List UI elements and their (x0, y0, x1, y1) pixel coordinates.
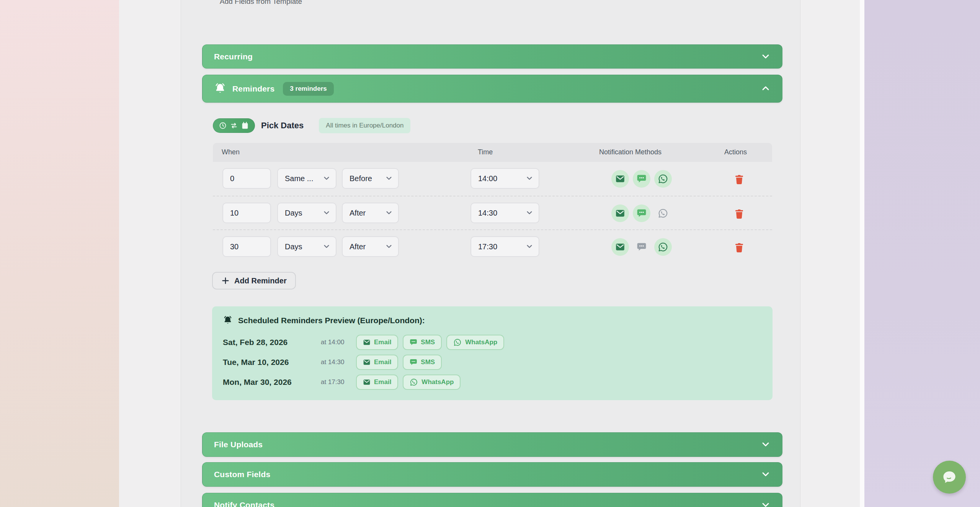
column-header-when: When (222, 148, 240, 156)
offset-value-input-field[interactable] (230, 174, 270, 183)
clock-icon (219, 121, 227, 130)
direction-select[interactable]: After (342, 203, 399, 223)
delete-reminder-button[interactable] (732, 172, 747, 187)
chevron-down-icon (761, 500, 771, 507)
email-icon (615, 208, 625, 218)
whatsapp-toggle[interactable] (654, 170, 672, 188)
plus-icon (221, 276, 230, 285)
pick-dates-label: Pick Dates (261, 121, 304, 131)
chevron-down-icon (323, 243, 330, 250)
bell-icon (223, 316, 233, 325)
whatsapp-chip: WhatsApp (446, 335, 504, 350)
selected-value: 14:00 (478, 174, 497, 183)
time-select[interactable]: 14:00 (470, 168, 539, 189)
sms-toggle[interactable] (633, 170, 650, 188)
selected-value: 17:30 (478, 242, 497, 251)
email-icon (363, 339, 371, 346)
chip-label: Email (374, 339, 391, 346)
chevron-down-icon (385, 243, 393, 250)
sms-icon (410, 358, 417, 366)
table-row: Days After 14:30 (213, 196, 772, 229)
swap-arrows-icon (230, 121, 238, 130)
email-icon (363, 358, 371, 366)
add-fields-from-template-link[interactable]: Add Fields from Template (220, 0, 302, 6)
chip-label: SMS (421, 358, 435, 366)
time-select[interactable]: 17:30 (470, 236, 539, 257)
table-row: Days After 17:30 (213, 229, 772, 263)
section-title: Notify Contacts (214, 500, 274, 507)
background-divider (860, 0, 864, 507)
offset-value-input-field[interactable] (230, 242, 270, 251)
whatsapp-toggle[interactable] (654, 204, 672, 222)
chip-label: Email (374, 358, 391, 366)
chip-label: SMS (421, 339, 435, 346)
section-title: Reminders (232, 84, 274, 93)
chevron-down-icon (761, 440, 771, 450)
calendar-icon (241, 121, 249, 130)
offset-unit-select[interactable]: Same ... (277, 168, 336, 189)
direction-select[interactable]: Before (342, 168, 399, 189)
email-toggle[interactable] (611, 170, 629, 188)
preview-time: at 14:00 (321, 339, 344, 346)
offset-unit-select[interactable]: Days (277, 236, 336, 257)
sms-icon (637, 242, 647, 252)
preview-date: Mon, Mar 30, 2026 (223, 378, 318, 387)
selected-value: After (350, 242, 366, 251)
selected-value: Before (350, 174, 372, 183)
email-icon (363, 378, 371, 386)
form-panel: Add Fields from Template Recurring Remin… (181, 0, 800, 507)
preview-time: at 14:30 (321, 358, 344, 366)
chip-label: WhatsApp (421, 378, 454, 386)
trash-icon (733, 173, 745, 185)
scheduled-reminders-preview: Scheduled Reminders Preview (Europe/Lond… (212, 306, 773, 400)
direction-select[interactable]: After (342, 236, 399, 257)
notification-methods (611, 170, 672, 188)
whatsapp-chip: WhatsApp (403, 375, 461, 390)
whatsapp-toggle[interactable] (654, 238, 672, 256)
sms-icon (637, 208, 647, 218)
preview-row: Sat, Feb 28, 2026 at 14:00 Email SMS (223, 332, 762, 352)
timezone-note-badge: All times in Europe/London (319, 118, 410, 133)
whatsapp-icon (410, 378, 418, 386)
chevron-down-icon (385, 209, 393, 217)
offset-unit-select[interactable]: Days (277, 203, 336, 223)
time-select[interactable]: 14:30 (470, 203, 539, 223)
chevron-up-icon (761, 84, 771, 94)
table-row: Same ... Before 14:00 (213, 162, 772, 196)
sms-toggle[interactable] (633, 204, 650, 222)
time-date-mode-toggle[interactable] (213, 118, 255, 133)
preview-date: Tue, Mar 10, 2026 (223, 358, 318, 367)
section-title: Custom Fields (214, 470, 270, 479)
offset-value-input[interactable] (222, 203, 271, 223)
offset-value-input-field[interactable] (230, 209, 270, 218)
add-reminder-button[interactable]: Add Reminder (212, 272, 296, 289)
section-header-custom-fields[interactable]: Custom Fields (202, 462, 782, 487)
column-header-time: Time (478, 148, 493, 156)
chat-bubble-icon (940, 468, 959, 487)
delete-reminder-button[interactable] (732, 206, 747, 222)
offset-value-input[interactable] (222, 168, 271, 189)
offset-value-input[interactable] (222, 236, 271, 257)
preview-method-chips: Email WhatsApp (356, 375, 461, 390)
chevron-down-icon (526, 175, 533, 182)
preview-method-chips: Email SMS WhatsApp (356, 335, 504, 350)
email-toggle[interactable] (611, 238, 629, 256)
delete-reminder-button[interactable] (732, 240, 747, 255)
page: Add Fields from Template Recurring Remin… (0, 0, 980, 507)
whatsapp-icon (658, 242, 668, 252)
selected-value: Same ... (285, 174, 313, 183)
chevron-down-icon (526, 209, 533, 217)
preview-title-row: Scheduled Reminders Preview (Europe/Lond… (223, 316, 762, 325)
chat-widget-button[interactable] (933, 461, 966, 494)
chevron-down-icon (526, 243, 533, 250)
email-toggle[interactable] (611, 204, 629, 222)
reminders-table: When Time Notification Methods Actions S… (213, 143, 772, 263)
section-header-notify-contacts[interactable]: Notify Contacts (202, 493, 782, 507)
section-header-recurring[interactable]: Recurring (202, 44, 782, 69)
table-header: When Time Notification Methods Actions (213, 143, 772, 162)
section-header-file-uploads[interactable]: File Uploads (202, 432, 782, 457)
sms-toggle[interactable] (633, 238, 650, 256)
chevron-down-icon (761, 52, 771, 62)
section-header-reminders[interactable]: Reminders 3 reminders (202, 75, 782, 103)
notification-methods (611, 238, 672, 256)
